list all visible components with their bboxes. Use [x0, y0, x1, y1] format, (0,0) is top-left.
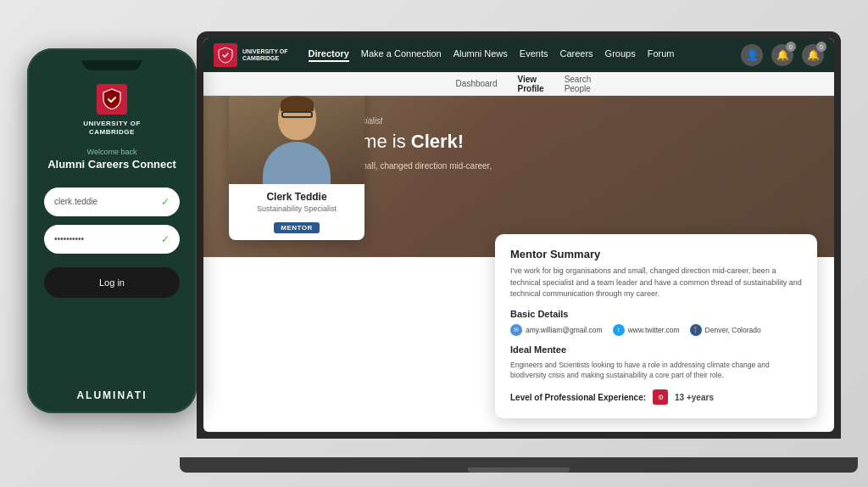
nav-link-groups[interactable]: Groups [605, 48, 636, 62]
nav-link-directory[interactable]: Directory [309, 48, 349, 62]
mobile-phone: UNIVERSITY OF CAMBRIDGE Welcome back Alu… [27, 48, 197, 413]
nav-university-name: UNIVERSITY OF CAMBRIDGE [242, 48, 288, 63]
login-button-label: Log in [99, 277, 125, 288]
nav-link-forum[interactable]: Forum [648, 48, 675, 62]
hero-section: Senior Engineer, Sustainability Speciali… [203, 96, 834, 257]
profile-card-image [229, 96, 364, 184]
phone-notch [82, 60, 142, 70]
phone-welcome-text: Welcome back [87, 148, 137, 156]
notifications-icon[interactable]: 🔔 0 [802, 44, 824, 66]
sub-nav-dashboard[interactable]: Dashboard [456, 79, 498, 88]
phone-shield-icon [97, 84, 127, 115]
nav-logo: UNIVERSITY OF CAMBRIDGE [214, 43, 288, 67]
phone-footer-brand: ALUMINATI [76, 389, 147, 401]
experience-icon: ⚙ [653, 389, 668, 405]
messages-icon[interactable]: 🔔 0 [771, 44, 793, 66]
email-icon: ✉ [510, 324, 522, 336]
phone-app-name: Alumni Careers Connect [47, 158, 176, 171]
laptop-base [180, 457, 858, 473]
experience-label: Level of Professional Experience: [510, 393, 646, 402]
main-nav: UNIVERSITY OF CAMBRIDGE Directory Make a… [203, 38, 834, 72]
username-value: clerk.teddie [54, 197, 97, 206]
location-detail: 📍 Denver, Colorado [690, 324, 761, 336]
twitter-icon: t [613, 324, 625, 336]
mentor-panel-title: Mentor Summary [510, 248, 802, 260]
laptop: UNIVERSITY OF CAMBRIDGE Directory Make a… [197, 31, 841, 473]
laptop-screen: UNIVERSITY OF CAMBRIDGE Directory Make a… [203, 38, 834, 432]
scene: UNIVERSITY OF CAMBRIDGE Directory Make a… [27, 14, 841, 473]
user-avatar-icon[interactable]: 👤 [741, 44, 763, 66]
nav-link-events[interactable]: Events [520, 48, 548, 62]
phone-university-name: UNIVERSITY OF CAMBRIDGE [83, 120, 141, 137]
nav-link-news[interactable]: Alumni News [453, 48, 508, 62]
profile-role: Sustainability Specialist [237, 204, 356, 213]
sub-nav: Dashboard View Profile Search People [203, 72, 834, 96]
username-input[interactable]: clerk.teddie ✓ [44, 188, 180, 216]
profile-name: Clerk Teddie [237, 191, 356, 203]
location-icon: 📍 [690, 324, 702, 336]
nav-links: Directory Make a Connection Alumni News … [309, 48, 727, 62]
shield-icon [214, 43, 237, 67]
basic-details: ✉ amy.william@gmail.com t www.twitter.co… [510, 324, 802, 336]
phone-logo-area: UNIVERSITY OF CAMBRIDGE [83, 84, 141, 137]
mentor-summary-text: I've work for big organisations and smal… [510, 266, 802, 300]
ideal-mentee-text: Engineers and Scientists looking to have… [510, 360, 802, 382]
laptop-body: UNIVERSITY OF CAMBRIDGE Directory Make a… [197, 31, 841, 439]
experience-value: 13 +years [675, 393, 714, 402]
ideal-mentee-title: Ideal Mentee [510, 344, 802, 355]
login-button[interactable]: Log in [44, 267, 180, 298]
experience-row: Level of Professional Experience: ⚙ 13 +… [510, 389, 802, 405]
messages-badge: 0 [786, 42, 796, 52]
profile-card-info: Clerk Teddie Sustainability Specialist M… [229, 184, 364, 240]
mentor-badge: MENTOR [274, 222, 320, 233]
sub-nav-view-profile[interactable]: View Profile [518, 75, 544, 93]
password-check-icon: ✓ [161, 233, 170, 245]
nav-link-connection[interactable]: Make a Connection [361, 48, 442, 62]
nav-link-careers[interactable]: Careers [559, 48, 593, 62]
username-check-icon: ✓ [161, 196, 170, 208]
phone-body: UNIVERSITY OF CAMBRIDGE Welcome back Alu… [27, 48, 197, 413]
notifications-badge: 0 [816, 42, 826, 52]
sub-nav-search-people[interactable]: Search People [565, 75, 592, 93]
mentor-summary-panel: Mentor Summary I've work for big organis… [495, 234, 817, 418]
password-input[interactable]: •••••••••• ✓ [44, 225, 180, 254]
password-value: •••••••••• [54, 234, 84, 244]
basic-details-title: Basic Details [510, 309, 802, 319]
twitter-detail: t www.twitter.com [613, 324, 680, 336]
email-detail: ✉ amy.william@gmail.com [510, 324, 603, 336]
nav-icons: 👤 🔔 0 🔔 0 [741, 44, 824, 66]
profile-card: Clerk Teddie Sustainability Specialist M… [229, 96, 364, 240]
